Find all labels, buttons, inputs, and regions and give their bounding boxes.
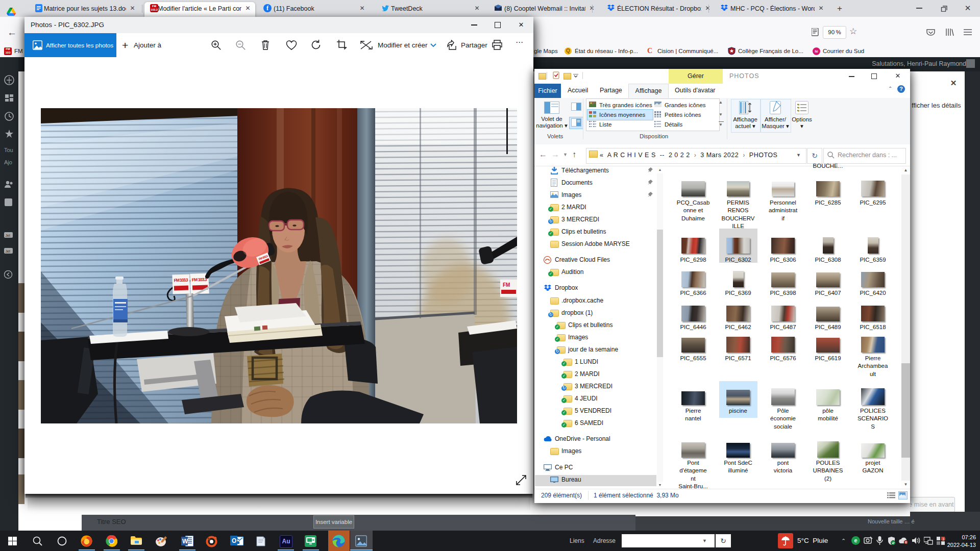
svg-text:FM 103.3: FM 103.3 <box>192 277 208 282</box>
svg-text:Jet: Jet <box>6 234 10 237</box>
svg-text:V: V <box>6 215 10 222</box>
svg-text:W: W <box>182 538 188 545</box>
svg-text:Jet: Jet <box>6 249 10 253</box>
svg-text:FM: FM <box>503 282 510 288</box>
svg-text:FM 103.3: FM 103.3 <box>174 278 189 283</box>
svg-text:O: O <box>232 537 236 544</box>
